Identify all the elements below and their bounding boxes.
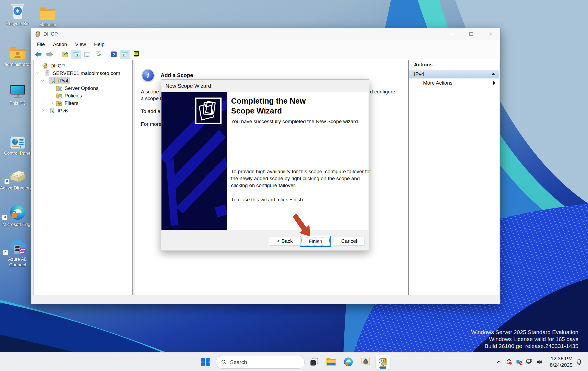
minimize-button[interactable] (442, 28, 462, 40)
tree-item-server[interactable]: SERVER01.malcolmsoto.com (33, 70, 132, 77)
window-title: DHCP (43, 31, 58, 37)
folder-icon (30, 3, 65, 21)
wizard-titlebar[interactable]: New Scope Wizard (161, 80, 369, 92)
tree-item-policies[interactable]: Policies (33, 92, 132, 100)
help-button[interactable]: ? (109, 50, 119, 59)
wizard-success-text: You have successfully completed the New … (231, 119, 365, 124)
start-button[interactable] (198, 355, 213, 369)
tree-item-label: Server Options (65, 85, 99, 91)
export-list-button[interactable] (60, 50, 70, 59)
annotation-arrow (293, 212, 314, 239)
window-titlebar[interactable]: DHCP (31, 28, 500, 40)
server-check-icon (49, 108, 56, 114)
chevron-down-icon[interactable] (40, 78, 46, 84)
taskbar: Search (0, 352, 588, 371)
menubar: File Action View Help (31, 40, 500, 49)
menu-file[interactable]: File (33, 41, 49, 47)
taskbar-clock[interactable]: 12:36 PM 8/24/2025 (547, 355, 572, 368)
edge-icon (343, 357, 353, 367)
desktop-icon-administrator[interactable]: administrator (0, 43, 35, 67)
tray-network[interactable] (524, 357, 534, 367)
properties-icon (84, 51, 91, 57)
tree-item-filters[interactable]: Filters (33, 100, 132, 107)
forward-button[interactable] (44, 50, 55, 59)
action-pane-toggle-button[interactable] (120, 50, 130, 59)
notifications-button[interactable] (574, 357, 584, 367)
collapse-icon[interactable] (491, 73, 495, 75)
tree-item-ipv6[interactable]: IPv6 (33, 107, 132, 115)
desktop-icon-malcolm[interactable]: Malcolm (30, 3, 65, 28)
console-tree-toggle-button[interactable] (71, 50, 81, 59)
properties-button[interactable] (82, 50, 92, 59)
sync-icon (506, 358, 512, 365)
network-icon (526, 358, 533, 365)
tray-volume[interactable] (534, 357, 545, 367)
wizard-heading: Completing the New Scope Wizard (231, 96, 330, 116)
desktop-icon-this-pc[interactable]: This PC (0, 82, 35, 106)
tray-sync-status[interactable] (504, 357, 514, 367)
back-button[interactable] (33, 50, 43, 59)
monitor-icon (0, 82, 35, 99)
cancel-button[interactable]: Cancel (334, 237, 364, 245)
desktop-icon-label: administrator (0, 62, 35, 67)
menu-help[interactable]: Help (90, 41, 108, 47)
desktop: Recycle Bin Malcolm administrator (0, 0, 588, 371)
toolbar: ? (31, 49, 500, 60)
shortcut-arrow-icon (4, 179, 10, 184)
menu-view[interactable]: View (71, 41, 90, 47)
tree-item-label: Policies (65, 93, 82, 99)
help-icon: ? (111, 51, 117, 57)
chevron-down-icon[interactable] (35, 71, 40, 76)
more-actions-label: More Actions (423, 80, 453, 86)
desktop-icon-control-panel[interactable]: Control Panel (0, 132, 35, 156)
tree-item-dhcp-root[interactable]: DHCP (33, 62, 132, 70)
bell-icon (576, 359, 582, 365)
actions-more-actions[interactable]: More Actions (409, 78, 499, 88)
azure-sync-icon (516, 358, 523, 365)
svg-text:?: ? (112, 52, 115, 57)
server-manager-button[interactable] (358, 355, 373, 369)
close-button[interactable] (481, 28, 500, 40)
shortcut-arrow-icon (3, 250, 8, 255)
chevron-right-icon[interactable] (50, 101, 55, 106)
active-app-indicator (379, 367, 386, 369)
search-input[interactable]: Search (216, 356, 305, 369)
console-tree-panel: DHCP SERVER01.malcolmsoto.com (33, 60, 133, 295)
edge-button[interactable] (341, 355, 356, 369)
desktop-icon-microsoft-edge[interactable]: Microsoft Edge (0, 203, 35, 227)
desktop-icon-active-directory[interactable]: Active Directory... (0, 166, 35, 191)
refresh-button[interactable] (93, 50, 104, 59)
wizard-footer: < Back Finish Cancel (161, 230, 369, 251)
minimize-icon (450, 32, 454, 36)
tree-item-server-options[interactable]: Server Options (33, 85, 132, 92)
desktop-icon-azure-ad-connect[interactable]: Azure AD Connect (0, 238, 35, 268)
back-arrow-icon (35, 51, 42, 57)
server-icon (44, 70, 51, 76)
desktop-icon-label: Active Directory... (0, 185, 35, 191)
wizard-watermark-panel (161, 92, 227, 230)
volume-icon (536, 358, 543, 365)
menu-action[interactable]: Action (49, 41, 71, 47)
chevron-right-icon[interactable] (40, 108, 46, 113)
action-pane-toggle-icon (122, 51, 129, 57)
active-directory-icon (0, 166, 35, 184)
task-view-icon (309, 357, 319, 367)
tree-item-ipv4[interactable]: IPv4 (33, 77, 132, 85)
tray-azure-ad-connect[interactable] (514, 357, 524, 367)
file-explorer-button[interactable] (324, 355, 338, 369)
task-view-button[interactable] (307, 355, 321, 369)
network-display-button[interactable] (131, 50, 141, 59)
tray-chevron-up[interactable] (494, 357, 504, 367)
scope-description-fragment: d configure (370, 89, 395, 95)
dhcp-rolodex-icon (378, 357, 388, 367)
search-icon (221, 359, 227, 365)
dhcp-taskbar-button[interactable] (375, 355, 390, 370)
maximize-button[interactable] (462, 28, 481, 40)
desktop-icon-label: Control Panel (0, 150, 35, 156)
actions-panel: Actions IPv4 More Actions (409, 60, 499, 295)
desktop-icon-label: Malcolm (30, 22, 65, 28)
refresh-icon (95, 51, 102, 58)
folder-filter-icon (56, 100, 63, 106)
actions-group-ipv4[interactable]: IPv4 (409, 70, 499, 78)
wizard-title: New Scope Wizard (165, 83, 211, 89)
